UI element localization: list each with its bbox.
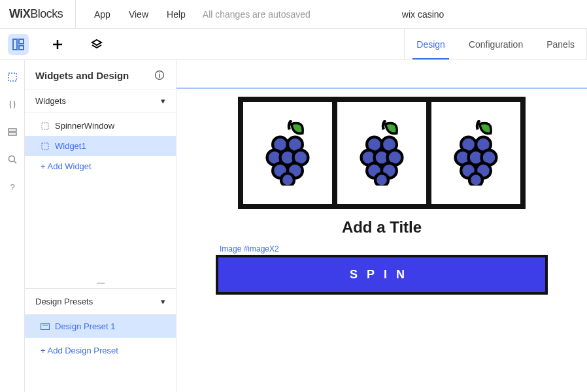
svg-rect-5: [8, 73, 16, 81]
svg-rect-2: [19, 46, 24, 50]
slot-frame[interactable]: [238, 97, 526, 209]
rail-search-icon[interactable]: [6, 153, 19, 166]
chevron-down-icon: ▾: [161, 297, 165, 306]
layout-tool-icon[interactable]: [8, 34, 29, 55]
project-name: wix casino: [402, 9, 444, 20]
widgets-section-head[interactable]: Widgets ▾: [25, 90, 176, 113]
svg-rect-7: [8, 133, 16, 135]
svg-rect-15: [41, 323, 50, 329]
info-icon[interactable]: i: [154, 69, 165, 81]
presets-head-label: Design Presets: [35, 297, 93, 306]
svg-rect-1: [19, 39, 24, 44]
logo-wix: WiX: [9, 7, 30, 21]
add-widget-link[interactable]: + Add Widget: [25, 156, 176, 176]
rail-code-icon[interactable]: [6, 98, 19, 111]
spin-button-frame: SPIN: [216, 255, 548, 295]
tool-left: [0, 34, 107, 55]
widget-title[interactable]: Add a Title: [216, 218, 548, 237]
tabs: Design Configuration Panels: [404, 29, 587, 59]
image-label: Image #imageX2: [220, 244, 548, 253]
logo-blocks: Blocks: [30, 7, 63, 21]
rail-widgets-icon[interactable]: [6, 71, 19, 84]
main: ? Widgets and Design i Widgets ▾ Spinner…: [0, 60, 587, 392]
presets-block: ━━ Design Presets ▾ Design Preset 1 + Ad…: [25, 278, 176, 361]
preset-icon: [41, 322, 50, 331]
svg-rect-13: [42, 123, 48, 129]
toolbar: Design Configuration Panels: [0, 29, 587, 60]
tree-item-widget1[interactable]: Widget1: [25, 136, 176, 156]
tree-label: SpinnerWindow: [55, 121, 114, 131]
widget-tree: SpinnerWindow Widget1 + Add Widget: [25, 113, 176, 179]
logo: WiXBlocks: [0, 0, 76, 28]
rail-database-icon[interactable]: [6, 125, 19, 139]
menu-help[interactable]: Help: [167, 9, 186, 20]
widgets-head-label: Widgets: [35, 96, 66, 106]
svg-line-9: [14, 161, 16, 164]
topbar: WiXBlocks App View Help All changes are …: [0, 0, 587, 29]
add-tool-icon[interactable]: [47, 34, 68, 55]
canvas[interactable]: Add a Title Image #imageX2 SPIN: [176, 60, 587, 392]
layers-tool-icon[interactable]: [86, 34, 107, 55]
svg-rect-0: [13, 39, 17, 50]
slot-cell-3: [431, 102, 520, 204]
svg-rect-6: [8, 129, 16, 131]
stage: Add a Title Image #imageX2 SPIN: [176, 89, 587, 295]
svg-point-24: [281, 173, 294, 186]
grape-icon: [258, 120, 317, 186]
rail-help-icon[interactable]: ?: [6, 180, 19, 193]
tab-configuration[interactable]: Configuration: [457, 29, 535, 59]
grape-icon: [446, 120, 505, 186]
widget-icon: [41, 142, 50, 151]
tab-design[interactable]: Design: [405, 29, 457, 59]
svg-point-32: [375, 173, 388, 186]
preset-item-1[interactable]: Design Preset 1: [25, 315, 176, 338]
menu-app[interactable]: App: [94, 9, 110, 20]
tree-item-spinnerwindow[interactable]: SpinnerWindow: [25, 116, 176, 136]
svg-text:?: ?: [10, 182, 14, 192]
slot-cell-2: [337, 102, 431, 204]
rail: ?: [0, 60, 25, 392]
chevron-down-icon: ▾: [161, 96, 165, 106]
svg-point-40: [469, 173, 482, 186]
add-preset-link[interactable]: + Add Design Preset: [25, 338, 176, 361]
drag-handle-icon[interactable]: ━━: [25, 278, 176, 288]
svg-text:i: i: [159, 72, 161, 79]
tab-panels[interactable]: Panels: [535, 29, 586, 59]
widget-icon: [41, 122, 50, 131]
grape-icon: [352, 120, 411, 186]
sidebar: Widgets and Design i Widgets ▾ SpinnerWi…: [25, 60, 176, 392]
menu-view[interactable]: View: [129, 9, 148, 20]
svg-rect-14: [42, 143, 48, 150]
sidebar-title-row: Widgets and Design i: [25, 60, 176, 90]
spacer: [25, 179, 176, 278]
tree-label: Widget1: [55, 141, 86, 151]
spin-button[interactable]: SPIN: [218, 257, 545, 292]
svg-point-8: [8, 156, 14, 162]
preset-label: Design Preset 1: [55, 321, 116, 331]
top-menu: App View Help: [76, 9, 186, 20]
slot-cell-1: [243, 102, 337, 204]
sidebar-title: Widgets and Design: [35, 70, 129, 81]
autosave-status: All changes are autosaved: [203, 9, 310, 20]
canvas-header: [176, 60, 587, 89]
presets-section-head[interactable]: Design Presets ▾: [25, 288, 176, 315]
